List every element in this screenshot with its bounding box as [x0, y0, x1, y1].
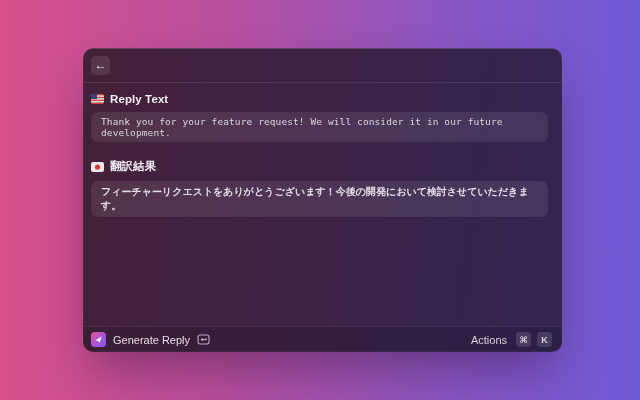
- detail-content: Reply Text Thank you for your feature re…: [83, 83, 562, 217]
- back-button[interactable]: ←: [91, 56, 110, 75]
- reply-text-value: Thank you for your feature request! We w…: [91, 112, 548, 142]
- section-translation: 翻訳結果 フィーチャーリクエストをありがとうございます！今後の開発において検討さ…: [91, 159, 548, 217]
- translation-value: フィーチャーリクエストをありがとうございます！今後の開発において検討させていただ…: [91, 181, 548, 217]
- section-reply-text: Reply Text Thank you for your feature re…: [91, 93, 548, 142]
- action-bar: Generate Reply Actions ⌘ K: [83, 326, 562, 352]
- reply-text: Thank you for your feature request! We w…: [101, 116, 538, 138]
- section-title: Reply Text: [110, 93, 168, 105]
- enter-key-icon: [197, 334, 210, 345]
- primary-action-label: Generate Reply: [113, 334, 190, 346]
- cmd-keycap: ⌘: [516, 332, 531, 347]
- k-keycap: K: [537, 332, 552, 347]
- us-flag-icon: [91, 94, 104, 104]
- japan-flag-icon: [91, 162, 104, 172]
- arrow-left-icon: ←: [95, 56, 107, 75]
- section-title-row: Reply Text: [91, 93, 548, 105]
- actions-button[interactable]: Actions ⌘ K: [471, 332, 552, 347]
- titlebar: ←: [83, 48, 562, 83]
- extension-logo-icon: [91, 332, 106, 347]
- section-title-row: 翻訳結果: [91, 159, 548, 174]
- section-title: 翻訳結果: [110, 159, 156, 174]
- raycast-window: ← Reply Text Thank you for your feature: [83, 48, 562, 352]
- actions-label: Actions: [471, 334, 507, 346]
- translation-text: フィーチャーリクエストをありがとうございます！今後の開発において検討させていただ…: [101, 185, 538, 213]
- primary-action-button[interactable]: Generate Reply: [91, 332, 210, 347]
